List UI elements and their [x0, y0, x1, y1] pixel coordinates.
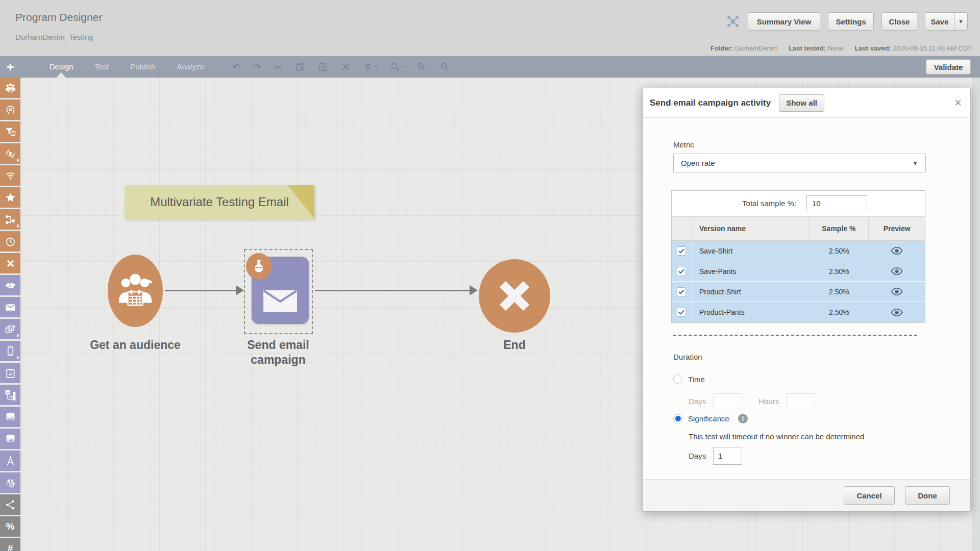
row-checkbox[interactable] [677, 308, 686, 317]
zoom-out-icon[interactable] [439, 62, 450, 72]
summary-view-button[interactable]: Summary View [748, 12, 820, 31]
row-checkbox[interactable] [677, 267, 686, 276]
cancel-button[interactable]: Cancel [844, 486, 895, 505]
undo-icon[interactable]: ↶ [232, 62, 240, 72]
cut-icon[interactable]: ✂ [274, 62, 282, 72]
settings-button[interactable]: Settings [828, 12, 874, 31]
version-sample-table: Total sample %: Version name Sample % Pr… [671, 190, 925, 323]
send-email-campaign-activity-panel: Send email campaign activity Show all ✕ … [642, 88, 971, 512]
share-icon[interactable] [0, 494, 20, 515]
data-check-icon[interactable] [0, 407, 20, 427]
close-icon[interactable]: ✕ [954, 97, 962, 109]
select-column-header [672, 217, 692, 240]
node-label-send-email: Send email campaign [222, 338, 334, 367]
time-option-row: Time [673, 374, 705, 384]
decision-intelligence-icon[interactable] [0, 99, 20, 120]
align-icon[interactable]: ▾ [364, 62, 378, 72]
metric-select[interactable]: Open rate ▼ [673, 154, 926, 172]
version-name-cell: Save-Shirt [692, 241, 810, 261]
tab-design[interactable]: Design [39, 56, 84, 78]
node-get-audience[interactable] [108, 255, 163, 327]
filter-icon[interactable] [0, 121, 20, 142]
significance-radio[interactable] [673, 414, 682, 423]
save-dropdown-caret-icon[interactable]: ▼ [954, 13, 967, 30]
end-step-icon[interactable] [0, 253, 20, 273]
engagement-icon[interactable] [0, 275, 20, 295]
show-all-button[interactable]: Show all [779, 94, 824, 112]
update-audience-icon[interactable] [0, 143, 20, 164]
tools-icon[interactable] [0, 450, 20, 471]
save-split-button[interactable]: Save ▼ [925, 12, 968, 31]
favorite-icon[interactable] [0, 187, 20, 208]
signal-icon[interactable] [0, 165, 20, 186]
connector-arrowhead [470, 285, 478, 295]
program-flow-icon[interactable] [0, 209, 20, 230]
sample-percent-cell: 2.50% [809, 261, 869, 281]
program-map-icon[interactable] [725, 13, 741, 30]
significance-days-label: Days [689, 452, 706, 460]
node-label-get-audience: Get an audience [79, 338, 191, 353]
total-sample-row: Total sample %: [672, 191, 925, 216]
zoom-in-icon[interactable] [416, 62, 427, 72]
tab-analyze[interactable]: Analyze [166, 56, 214, 78]
canvas-toolbar: + Design Test Publish Analyze ↶ ↷ ✂ × ▾ … [0, 56, 980, 78]
preview-header: Preview [869, 217, 925, 240]
test-flask-icon [253, 260, 264, 273]
delete-icon[interactable]: × [341, 61, 351, 73]
copy-icon[interactable] [295, 62, 305, 72]
email-icon[interactable] [0, 297, 20, 317]
row-checkbox[interactable] [677, 246, 686, 256]
preview-eye-icon[interactable] [891, 247, 903, 255]
version-name-cell: Product-Shirt [692, 282, 810, 302]
preview-eye-icon[interactable] [891, 267, 903, 275]
decision-tree-icon[interactable] [0, 385, 20, 405]
panel-footer: Cancel Done [643, 479, 970, 511]
campaign-icon[interactable] [0, 319, 20, 339]
table-row: Save-Shirt 2.50% [672, 241, 925, 261]
tasks-icon[interactable] [0, 363, 20, 383]
sticky-note[interactable]: Multivariate Testing Email [125, 185, 314, 219]
program-name: DurhamDenim_Testing [15, 33, 93, 41]
significance-days-input[interactable] [713, 447, 742, 465]
table-row: Save-Pants 2.50% [672, 261, 925, 282]
data-export-icon[interactable] [0, 429, 20, 449]
version-name-cell: Product-Pants [692, 302, 810, 322]
validate-button[interactable]: Validate [926, 59, 971, 74]
tab-test[interactable]: Test [84, 56, 120, 78]
done-button[interactable]: Done [905, 486, 950, 505]
preview-eye-icon[interactable] [891, 309, 903, 316]
sample-percent-cell: 2.50% [809, 302, 869, 322]
significance-days-row: Days [689, 447, 742, 465]
audience-icon[interactable] [0, 78, 20, 98]
time-option-label: Time [688, 375, 705, 384]
percent-icon[interactable]: % [0, 516, 20, 537]
program-metadata: Folder: DurhamDenim Last tested: None La… [710, 44, 972, 52]
add-step-icon[interactable]: + [0, 57, 20, 77]
envelope-icon [262, 284, 299, 313]
total-sample-label: Total sample %: [672, 191, 796, 216]
timer-icon[interactable] [0, 231, 20, 252]
row-checkbox[interactable] [677, 287, 686, 296]
days-label: Days [689, 397, 706, 406]
zoom-icon[interactable]: ▾ [390, 62, 404, 72]
node-end[interactable] [479, 259, 550, 333]
redo-icon[interactable]: ↷ [253, 62, 261, 72]
number-icon[interactable]: # [0, 538, 20, 551]
preview-eye-icon[interactable] [891, 288, 903, 295]
time-radio[interactable] [673, 374, 682, 384]
connector-line [315, 290, 470, 291]
canvas-scroll-track[interactable] [972, 78, 980, 551]
close-button[interactable]: Close [881, 12, 917, 31]
days-input[interactable] [713, 393, 742, 409]
save-button[interactable]: Save [925, 13, 954, 30]
tab-publish[interactable]: Publish [119, 56, 166, 78]
total-sample-input[interactable] [806, 195, 867, 211]
info-icon[interactable]: i [738, 414, 748, 423]
paste-icon[interactable] [318, 62, 328, 72]
hours-input[interactable] [786, 393, 815, 409]
metric-value: Open rate [681, 159, 715, 167]
table-row: Product-Pants 2.50% [672, 302, 925, 322]
suppress-audience-icon[interactable] [0, 472, 20, 493]
duration-label: Duration [673, 353, 702, 361]
mobile-icon[interactable] [0, 341, 20, 361]
